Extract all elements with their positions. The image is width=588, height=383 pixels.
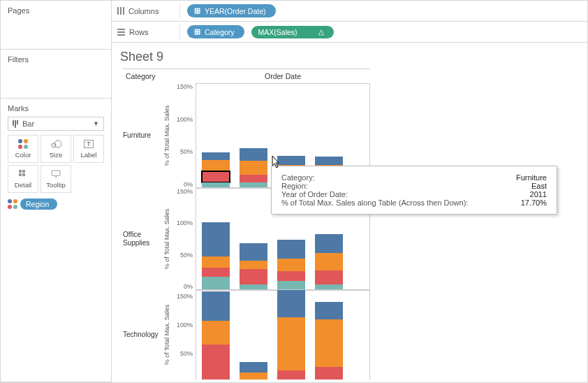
size-icon <box>50 139 61 149</box>
region-color-pill[interactable]: Region <box>20 198 57 210</box>
order-date-column-header: Order Date <box>196 68 370 83</box>
tooltip-popup: Category:Furniture Region:East Year of O… <box>271 166 557 215</box>
bar-2012[interactable] <box>240 243 267 289</box>
label-icon: T <box>84 139 94 149</box>
bar-chart-icon <box>13 120 18 128</box>
bar-2014[interactable] <box>315 234 343 289</box>
filters-title: Filters <box>8 55 104 64</box>
category-column-header: Category <box>123 68 196 83</box>
pointer-cursor-icon <box>268 154 282 173</box>
svg-rect-6 <box>52 171 60 175</box>
y-axis-label: % of Total Max. Sales <box>161 83 173 188</box>
expand-icon: ⊞ <box>194 6 200 15</box>
marks-type-select[interactable]: Bar ▼ <box>8 117 104 131</box>
marks-label-button[interactable]: T Label <box>73 135 104 163</box>
bar-2011[interactable] <box>202 152 230 187</box>
row-label: Office Supplies <box>120 188 161 290</box>
bar-2013[interactable] <box>277 240 305 289</box>
main-area: Columns ⊞ YEAR(Order Date) Rows ⊞ Catego… <box>112 1 587 382</box>
marks-grid: Color Size T Label Detail Tooltip <box>8 135 104 193</box>
svg-rect-5 <box>22 173 25 176</box>
y-axis-label: % of Total Max. Sales <box>161 290 173 380</box>
segment-east-highlighted[interactable] <box>202 171 230 182</box>
columns-shelf[interactable]: Columns ⊞ YEAR(Order Date) <box>112 1 587 22</box>
bar-2011[interactable] <box>202 222 230 289</box>
chart-row-technology: Technology % of Total Max. Sales 150%100… <box>120 290 579 380</box>
y-ticks: 150%100%50% <box>173 290 196 380</box>
bar-2011[interactable] <box>202 291 230 380</box>
svg-rect-2 <box>19 170 22 173</box>
chart-area[interactable]: Furniture % of Total Max. Sales 150%100%… <box>120 83 579 380</box>
left-sidebar: Pages Filters Marks Bar ▼ Color <box>1 1 112 382</box>
color-dots-icon <box>18 139 28 149</box>
color-dots-icon <box>8 199 17 209</box>
rows-icon <box>117 29 125 36</box>
detail-icon <box>19 169 27 179</box>
bar-2014[interactable] <box>315 302 343 380</box>
chart-header: Category Order Date <box>120 68 579 83</box>
rows-shelf[interactable]: Rows ⊞ Category MAX(Sales) △ <box>112 22 587 43</box>
marks-color-button[interactable]: Color <box>8 135 38 163</box>
bar-group[interactable] <box>196 290 369 380</box>
filters-shelf[interactable]: Filters <box>1 50 112 99</box>
marks-size-button[interactable]: Size <box>41 135 71 163</box>
tooltip-icon <box>51 169 61 179</box>
row-label: Furniture <box>120 83 161 188</box>
rows-maxsales-pill[interactable]: MAX(Sales) △ <box>251 26 334 38</box>
marks-title: Marks <box>8 104 104 113</box>
sheet-title[interactable]: Sheet 9 <box>120 50 579 64</box>
columns-year-pill[interactable]: ⊞ YEAR(Order Date) <box>187 4 276 17</box>
rows-shelf-label: Rows <box>117 24 180 39</box>
columns-shelf-label: Columns <box>117 3 180 18</box>
expand-icon: ⊞ <box>194 27 200 36</box>
marks-tooltip-button[interactable]: Tooltip <box>41 165 71 193</box>
row-label: Technology <box>120 290 161 380</box>
columns-icon <box>117 7 124 15</box>
marks-card: Marks Bar ▼ Color Size T <box>1 99 112 382</box>
svg-rect-3 <box>22 170 25 173</box>
app-root: Pages Filters Marks Bar ▼ Color <box>0 0 588 383</box>
bar-2012[interactable] <box>240 362 267 380</box>
svg-point-0 <box>52 143 56 147</box>
y-ticks: 150%100%50%0% <box>173 188 196 290</box>
y-ticks: 150%100%50%0% <box>173 83 196 188</box>
svg-rect-4 <box>19 173 22 176</box>
marks-type-label: Bar <box>22 120 34 128</box>
pages-shelf[interactable]: Pages <box>1 1 112 50</box>
segment-west[interactable] <box>202 152 230 160</box>
rows-category-pill[interactable]: ⊞ Category <box>187 25 244 38</box>
segment-central[interactable] <box>202 182 230 187</box>
sheet-view: Sheet 9 Category Order Date Furniture % … <box>112 43 587 382</box>
bar-2012[interactable] <box>240 148 267 187</box>
table-calc-icon: △ <box>318 28 324 36</box>
y-axis-label: % of Total Max. Sales <box>161 188 173 290</box>
chevron-down-icon: ▼ <box>93 120 99 127</box>
marks-detail-button[interactable]: Detail <box>8 165 38 193</box>
segment-south[interactable] <box>202 160 230 171</box>
bar-2013[interactable] <box>277 290 305 380</box>
pages-title: Pages <box>8 6 104 15</box>
